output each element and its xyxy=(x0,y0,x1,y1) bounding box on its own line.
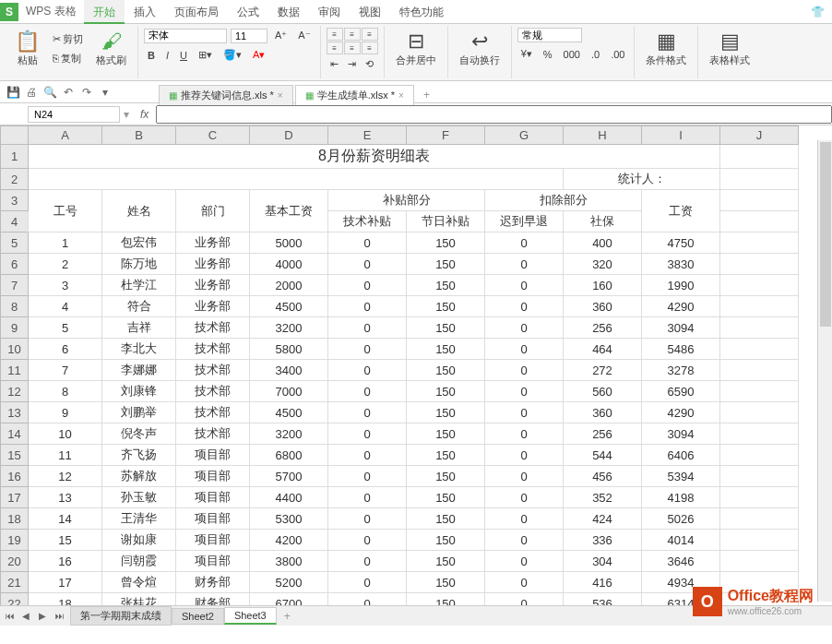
row-header-3[interactable]: 3 xyxy=(1,190,29,211)
add-tab-button[interactable]: + xyxy=(416,86,437,104)
data-cell[interactable]: 业务部 xyxy=(176,275,250,296)
data-cell[interactable]: 12 xyxy=(29,466,102,487)
data-cell[interactable]: 0 xyxy=(328,275,407,296)
data-cell[interactable]: 0 xyxy=(328,381,407,402)
data-cell[interactable]: 包宏伟 xyxy=(102,233,176,254)
data-cell[interactable]: 1990 xyxy=(642,275,720,296)
col-header-D[interactable]: D xyxy=(250,126,328,145)
data-cell[interactable]: 536 xyxy=(564,593,642,606)
row-header-2[interactable]: 2 xyxy=(1,169,29,190)
data-cell[interactable]: 150 xyxy=(407,487,485,508)
row-header-17[interactable]: 17 xyxy=(1,487,29,508)
data-cell[interactable]: 544 xyxy=(564,445,642,466)
col-header-E[interactable]: E xyxy=(328,126,407,145)
data-cell[interactable]: 150 xyxy=(407,445,485,466)
data-cell[interactable]: 150 xyxy=(407,423,485,445)
header-deduction[interactable]: 扣除部分 xyxy=(485,190,642,211)
data-cell[interactable]: 456 xyxy=(564,466,642,487)
data-cell[interactable]: 业务部 xyxy=(176,296,250,317)
data-cell[interactable]: 320 xyxy=(564,254,642,275)
data-cell[interactable]: 4750 xyxy=(642,233,720,254)
paste-button[interactable]: 📋 粘贴 xyxy=(9,28,45,69)
data-cell[interactable]: 5200 xyxy=(250,572,328,593)
sheet-nav-prev[interactable]: ◀ xyxy=(22,611,37,621)
align-mid-right[interactable]: ≡ xyxy=(362,42,378,54)
row-header-15[interactable]: 15 xyxy=(1,445,29,466)
align-top-center[interactable]: ≡ xyxy=(344,28,361,41)
data-cell[interactable]: 0 xyxy=(485,254,564,275)
data-cell[interactable]: 4198 xyxy=(642,487,720,508)
data-cell[interactable]: 18 xyxy=(29,593,102,606)
align-mid-center[interactable]: ≡ xyxy=(344,42,361,54)
copy-button[interactable]: ⎘复制 xyxy=(49,50,87,67)
data-cell[interactable]: 4290 xyxy=(642,296,720,317)
decrease-font-button[interactable]: A⁻ xyxy=(294,28,314,43)
data-cell[interactable]: 0 xyxy=(485,402,564,423)
data-cell[interactable]: 400 xyxy=(564,233,642,254)
data-cell[interactable]: 7000 xyxy=(250,381,328,402)
data-cell[interactable]: 3646 xyxy=(642,551,720,572)
data-cell[interactable]: 技术部 xyxy=(176,317,250,339)
data-cell[interactable]: 4200 xyxy=(250,530,328,551)
cut-button[interactable]: ✂剪切 xyxy=(49,30,87,48)
row-header-1[interactable]: 1 xyxy=(1,145,29,169)
data-cell[interactable]: 业务部 xyxy=(176,254,250,275)
data-cell[interactable]: 0 xyxy=(328,423,407,445)
data-cell[interactable]: 7 xyxy=(29,360,102,381)
decrease-indent-button[interactable]: ⇤ xyxy=(327,56,342,72)
data-cell[interactable]: 刘康锋 xyxy=(102,381,176,402)
data-cell[interactable]: 160 xyxy=(564,275,642,296)
data-cell[interactable]: 孙玉敏 xyxy=(102,487,176,508)
data-cell[interactable]: 3400 xyxy=(250,360,328,381)
row-header-9[interactable]: 9 xyxy=(1,317,29,339)
data-cell[interactable]: 150 xyxy=(407,317,485,339)
data-cell[interactable]: 4014 xyxy=(642,530,720,551)
data-cell[interactable]: 6 xyxy=(29,339,102,360)
data-cell[interactable]: 6590 xyxy=(642,381,720,402)
conditional-format-button[interactable]: ▦ 条件格式 xyxy=(640,28,692,69)
data-cell[interactable]: 0 xyxy=(485,530,564,551)
col-header-J[interactable]: J xyxy=(720,126,799,145)
header-salary[interactable]: 工资 xyxy=(642,190,720,233)
data-cell[interactable]: 5486 xyxy=(642,339,720,360)
data-cell[interactable]: 5026 xyxy=(642,508,720,530)
data-cell[interactable]: 0 xyxy=(328,487,407,508)
data-cell[interactable]: 李娜娜 xyxy=(102,360,176,381)
data-cell[interactable]: 272 xyxy=(564,360,642,381)
col-header-I[interactable]: I xyxy=(642,126,720,145)
data-cell[interactable]: 3094 xyxy=(642,423,720,445)
data-cell[interactable]: 0 xyxy=(485,508,564,530)
data-cell[interactable]: 0 xyxy=(485,466,564,487)
data-cell[interactable]: 4000 xyxy=(250,254,328,275)
table-style-button[interactable]: ▤ 表格样式 xyxy=(704,28,755,69)
data-cell[interactable]: 项目部 xyxy=(176,508,250,530)
font-size-select[interactable] xyxy=(231,29,267,43)
close-icon[interactable]: × xyxy=(398,90,404,101)
data-cell[interactable]: 3094 xyxy=(642,317,720,339)
increase-decimal-button[interactable]: .0 xyxy=(588,47,603,62)
row-header-19[interactable]: 19 xyxy=(1,530,29,551)
data-cell[interactable]: 1 xyxy=(29,233,102,254)
data-cell[interactable]: 150 xyxy=(407,530,485,551)
data-cell[interactable]: 李北大 xyxy=(102,339,176,360)
data-cell[interactable]: 闫朝霞 xyxy=(102,551,176,572)
data-cell[interactable]: 3278 xyxy=(642,360,720,381)
spreadsheet[interactable]: A B C D E F G H I J 18月份薪资明细表 2统计人： 3 工号… xyxy=(0,125,799,605)
dropdown-icon[interactable]: ▾ xyxy=(98,85,113,100)
data-cell[interactable]: 项目部 xyxy=(176,487,250,508)
header-holiday-allowance[interactable]: 节日补贴 xyxy=(407,211,485,233)
menu-tab-data[interactable]: 数据 xyxy=(268,0,309,24)
data-cell[interactable]: 3200 xyxy=(250,317,328,339)
header-allowance[interactable]: 补贴部分 xyxy=(328,190,485,211)
data-cell[interactable]: 曾令煊 xyxy=(102,572,176,593)
data-cell[interactable]: 财务部 xyxy=(176,593,250,606)
data-cell[interactable]: 150 xyxy=(407,551,485,572)
data-cell[interactable]: 0 xyxy=(485,275,564,296)
row-header-8[interactable]: 8 xyxy=(1,296,29,317)
data-cell[interactable]: 0 xyxy=(328,360,407,381)
data-cell[interactable]: 0 xyxy=(485,445,564,466)
data-cell[interactable]: 财务部 xyxy=(176,572,250,593)
redo-icon[interactable]: ↷ xyxy=(79,85,94,100)
header-social[interactable]: 社保 xyxy=(564,211,642,233)
data-cell[interactable]: 技术部 xyxy=(176,381,250,402)
